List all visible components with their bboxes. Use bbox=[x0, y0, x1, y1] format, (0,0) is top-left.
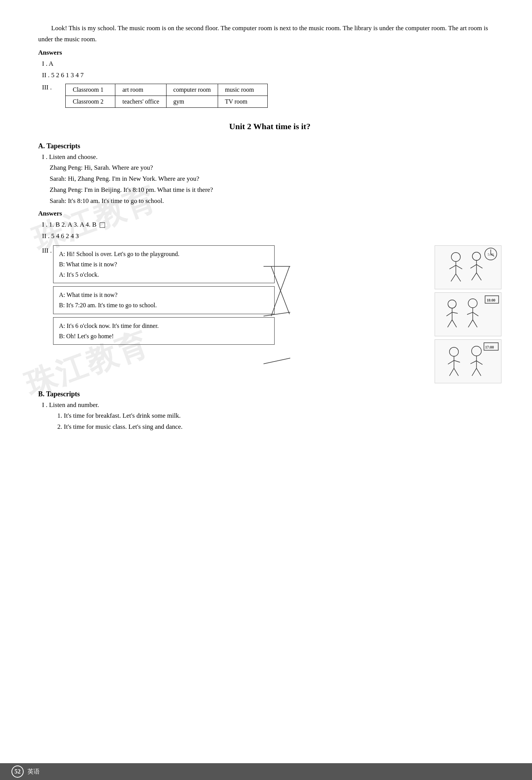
answer-III-label: III . bbox=[42, 84, 52, 91]
footer-page-number: 52 bbox=[11, 765, 24, 778]
svg-line-26 bbox=[452, 319, 457, 327]
answer-table: Classroom 1 art room computer room music… bbox=[65, 84, 268, 108]
dialogue-boxes: A: Hi! School is over. Let's go to the p… bbox=[53, 245, 412, 345]
svg-line-32 bbox=[473, 319, 477, 327]
svg-line-15 bbox=[472, 272, 477, 280]
svg-line-9 bbox=[451, 274, 456, 281]
table-cell: computer room bbox=[166, 84, 218, 96]
section-a-answers-title: Answers bbox=[38, 210, 501, 217]
table-row: Classroom 1 art room computer room music… bbox=[66, 84, 268, 96]
box3-line2: B: Oh! Let's go home! bbox=[59, 331, 269, 341]
answer-I: I . A bbox=[42, 58, 501, 70]
svg-line-44 bbox=[477, 361, 483, 365]
dialogue-line-3: Zhang Peng: I'm in Beijing. It's 8:10 pm… bbox=[50, 185, 501, 196]
svg-text:17:00: 17:00 bbox=[485, 345, 494, 349]
box1-line2: B: What time is it now? bbox=[59, 259, 269, 269]
svg-line-46 bbox=[477, 368, 481, 376]
box2-line2: B: It's 7:20 am. It's time to go to scho… bbox=[59, 300, 269, 310]
sketch-svg-3: 17:00 bbox=[435, 340, 501, 383]
svg-line-30 bbox=[473, 312, 479, 316]
box3-line1: A: It's 6 o'clock now. It's time for din… bbox=[59, 321, 269, 331]
table-cell: music room bbox=[218, 84, 268, 96]
section-a-title: A. Tapescripts bbox=[38, 142, 501, 150]
svg-line-38 bbox=[454, 360, 460, 362]
images-column: 5:00 bbox=[435, 245, 501, 383]
section-b-sub-label: I . Listen and number. bbox=[42, 401, 501, 409]
section-b-title: B. Tapescripts bbox=[38, 390, 501, 398]
box2-line1: A: What time is it now? bbox=[59, 290, 269, 300]
page: 珠江教育 珠江教育 Look! This is my school. The m… bbox=[0, 0, 532, 780]
section-b-item-2: 2. It's time for music class. Let's sing… bbox=[57, 422, 501, 433]
svg-line-31 bbox=[468, 319, 473, 327]
table-cell: gym bbox=[166, 96, 218, 107]
ans-III-label: III . bbox=[42, 247, 52, 255]
section-a: A. Tapescripts I . Listen and choose. Zh… bbox=[38, 142, 501, 383]
box1-line1: A: Hi! School is over. Let's go to the p… bbox=[59, 249, 269, 259]
svg-line-25 bbox=[448, 319, 452, 327]
table-cell: teachers' office bbox=[115, 96, 166, 107]
svg-text:5:00: 5:00 bbox=[488, 252, 494, 256]
svg-line-23 bbox=[446, 312, 452, 316]
svg-point-11 bbox=[472, 252, 481, 260]
unit-title: Unit 2 What time is it? bbox=[38, 122, 501, 131]
table-row: Classroom 2 teachers' office gym TV room bbox=[66, 96, 268, 107]
section-b-item-1: 1. It's time for breakfast. Let's drink … bbox=[57, 410, 501, 422]
svg-line-2 bbox=[264, 358, 290, 364]
table-cell: Classroom 1 bbox=[66, 84, 115, 96]
svg-line-43 bbox=[471, 361, 477, 364]
dialogue-box-2: A: What time is it now? B: It's 7:20 am.… bbox=[53, 286, 275, 314]
svg-line-40 bbox=[454, 368, 459, 376]
dialogue-line-2: Sarah: Hi, Zhang Peng. I'm in New York. … bbox=[50, 174, 501, 185]
section-a-answers: Answers I . 1. B 2. A 3. A 4. B II . 5 4… bbox=[38, 210, 501, 242]
svg-line-24 bbox=[452, 312, 458, 313]
dialogue-line-4: Sarah: It's 8:10 am. It's time to go to … bbox=[50, 196, 501, 207]
footer-subject: 英语 bbox=[27, 768, 40, 776]
svg-text:18:00: 18:00 bbox=[487, 298, 495, 302]
section-b: B. Tapescripts I . Listen and number. 1.… bbox=[38, 390, 501, 433]
sketch-image-2: 18:00 bbox=[435, 292, 501, 336]
svg-point-35 bbox=[450, 347, 459, 356]
sketch-image-3: 17:00 bbox=[435, 339, 501, 383]
dialogue-box-1: A: Hi! School is over. Let's go to the p… bbox=[53, 245, 275, 284]
dialogue-box-3: A: It's 6 o'clock now. It's time for din… bbox=[53, 317, 275, 345]
section-a-sub-label: I . Listen and choose. bbox=[42, 153, 501, 161]
ans-I: I . 1. B 2. A 3. A 4. B bbox=[42, 219, 501, 231]
svg-line-14 bbox=[477, 264, 483, 268]
svg-line-8 bbox=[456, 265, 462, 269]
svg-line-39 bbox=[450, 368, 454, 376]
intro-paragraph: Look! This is my school. The music room … bbox=[38, 23, 501, 45]
svg-line-45 bbox=[472, 368, 477, 376]
box1-line3: A: It's 5 o'clock. bbox=[59, 269, 269, 280]
svg-line-29 bbox=[467, 312, 473, 315]
answers-title: Answers bbox=[38, 49, 501, 57]
table-cell: art room bbox=[115, 84, 166, 96]
ans-II: II . 5 4 6 2 4 3 bbox=[42, 230, 501, 242]
answer-II: II . 5 2 6 1 3 4 7 bbox=[42, 70, 501, 81]
footer-bar: 52 英语 bbox=[0, 763, 532, 780]
table-cell: Classroom 2 bbox=[66, 96, 115, 107]
table-cell: TV room bbox=[218, 96, 268, 107]
svg-line-37 bbox=[448, 360, 454, 364]
dialogue-line-1: Zhang Peng: Hi, Sarah. Where are you? bbox=[50, 162, 501, 174]
sketch-svg-2: 18:00 bbox=[435, 293, 501, 336]
svg-point-27 bbox=[468, 298, 477, 308]
checkbox bbox=[100, 222, 105, 228]
svg-line-16 bbox=[477, 272, 482, 280]
answers-section: Answers I . A II . 5 2 6 1 3 4 7 III . C… bbox=[38, 49, 501, 108]
svg-point-5 bbox=[451, 252, 461, 261]
svg-line-7 bbox=[450, 265, 456, 269]
sketch-svg-1: 5:00 bbox=[435, 246, 501, 289]
svg-point-41 bbox=[472, 346, 482, 356]
sketch-image-1: 5:00 bbox=[435, 245, 501, 289]
svg-line-10 bbox=[456, 274, 461, 281]
svg-point-21 bbox=[448, 300, 456, 308]
svg-line-13 bbox=[471, 264, 477, 268]
